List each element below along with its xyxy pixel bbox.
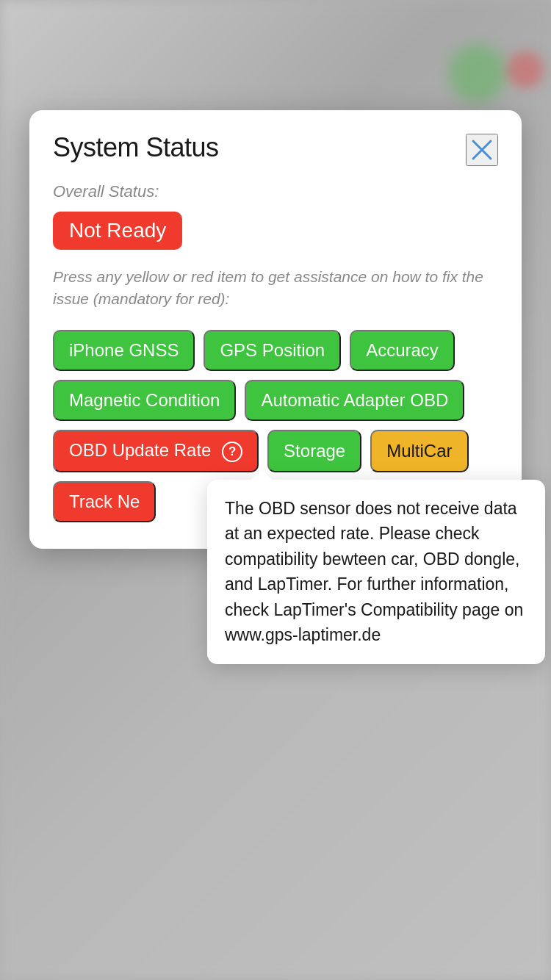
modal-header: System Status [53, 132, 498, 166]
status-items-container: iPhone GNSS GPS Position Accuracy Magnet… [53, 330, 498, 522]
info-icon[interactable]: ? [222, 442, 242, 462]
help-text: Press any yellow or red item to get assi… [53, 266, 498, 311]
iphone-gnss-button[interactable]: iPhone GNSS [53, 330, 195, 371]
modal-title: System Status [53, 132, 219, 163]
not-ready-badge: Not Ready [53, 212, 182, 250]
gps-position-button[interactable]: GPS Position [204, 330, 341, 371]
system-status-modal: System Status Overall Status: Not Ready … [29, 110, 522, 549]
storage-button[interactable]: Storage [267, 430, 361, 472]
obd-update-rate-wrap: OBD Update Rate ? The OBD sensor does no… [53, 430, 259, 472]
obd-update-rate-button[interactable]: OBD Update Rate ? [53, 430, 259, 472]
multican-button[interactable]: MultiCar [370, 430, 468, 472]
track-not-ready-button[interactable]: Track Ne [53, 481, 156, 522]
obd-tooltip: The OBD sensor does not receive data at … [207, 480, 545, 664]
overall-status-label: Overall Status: [53, 182, 498, 201]
automatic-adapter-obd-button[interactable]: Automatic Adapter OBD [245, 380, 464, 421]
close-button[interactable] [466, 134, 498, 166]
tooltip-arrow [251, 469, 272, 480]
tooltip-text: The OBD sensor does not receive data at … [225, 499, 523, 645]
accuracy-button[interactable]: Accuracy [350, 330, 455, 371]
magnetic-condition-button[interactable]: Magnetic Condition [53, 380, 236, 421]
